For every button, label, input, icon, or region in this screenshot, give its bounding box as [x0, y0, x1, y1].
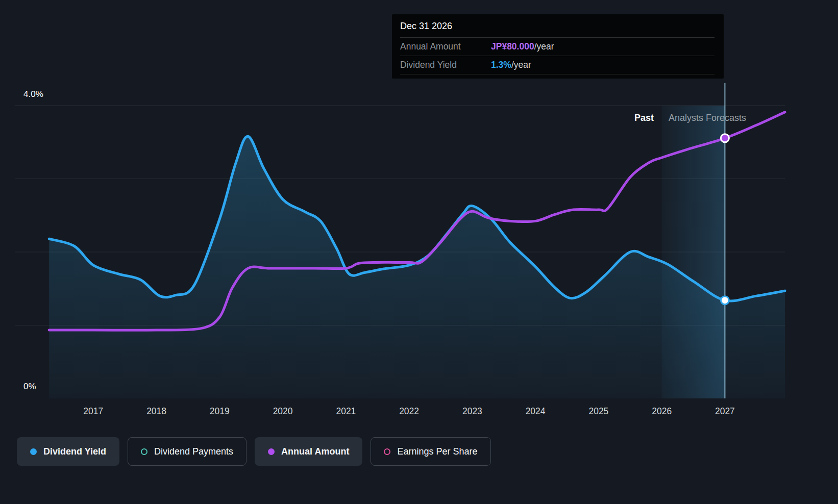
x-tick-label-2026: 2026	[652, 406, 672, 416]
tooltip-suffix: /year	[511, 60, 531, 70]
x-tick-label-2021: 2021	[336, 406, 356, 416]
dividend-yield-dot-icon	[30, 448, 37, 455]
tooltip-row-annual-amount: Annual Amount JP¥80.000 /year	[400, 37, 714, 56]
legend: Dividend Yield Dividend Payments Annual …	[17, 437, 491, 466]
dividend-history-chart: 2017201820192020202120222023202420252026…	[0, 0, 838, 504]
x-tick-label-2024: 2024	[526, 406, 546, 416]
legend-label: Dividend Yield	[43, 446, 106, 457]
tooltip-label: Annual Amount	[400, 41, 491, 52]
x-tick-label-2018: 2018	[146, 406, 166, 416]
legend-earnings-per-share[interactable]: Earnings Per Share	[371, 437, 490, 466]
x-tick-label-2027: 2027	[715, 406, 735, 416]
annual-amount-dot-icon	[268, 448, 275, 455]
legend-annual-amount[interactable]: Annual Amount	[255, 437, 362, 466]
x-tick-label-2019: 2019	[210, 406, 230, 416]
x-tick-label-2023: 2023	[462, 406, 482, 416]
tooltip-date: Dec 31 2026	[400, 21, 714, 37]
y-axis-label-top: 4.0%	[23, 89, 43, 99]
legend-label: Annual Amount	[281, 446, 349, 457]
tooltip-row-dividend-yield: Dividend Yield 1.3% /year	[400, 56, 714, 74]
dividend-yield-marker[interactable]	[721, 296, 729, 305]
x-tick-label-2017: 2017	[83, 406, 103, 416]
tooltip-suffix: /year	[534, 41, 554, 52]
dividend-payments-ring-icon	[141, 448, 147, 455]
analysts-forecasts-label: Analysts Forecasts	[669, 113, 746, 123]
x-tick-label-2022: 2022	[399, 406, 419, 416]
legend-label: Dividend Payments	[154, 446, 233, 457]
tooltip-value: 1.3%	[491, 60, 511, 70]
legend-dividend-payments[interactable]: Dividend Payments	[128, 437, 247, 466]
earnings-per-share-ring-icon	[384, 448, 390, 455]
tooltip-label: Dividend Yield	[400, 60, 491, 70]
legend-label: Earnings Per Share	[397, 446, 477, 457]
tooltip-value: JP¥80.000	[491, 41, 534, 52]
annual-amount-marker[interactable]	[721, 134, 729, 142]
hover-tooltip: Dec 31 2026 Annual Amount JP¥80.000 /yea…	[392, 14, 724, 79]
legend-dividend-yield[interactable]: Dividend Yield	[17, 437, 119, 466]
past-label: Past	[634, 113, 654, 123]
x-tick-label-2020: 2020	[273, 406, 293, 416]
y-axis-label-bottom: 0%	[23, 382, 36, 392]
x-tick-label-2025: 2025	[588, 406, 608, 416]
